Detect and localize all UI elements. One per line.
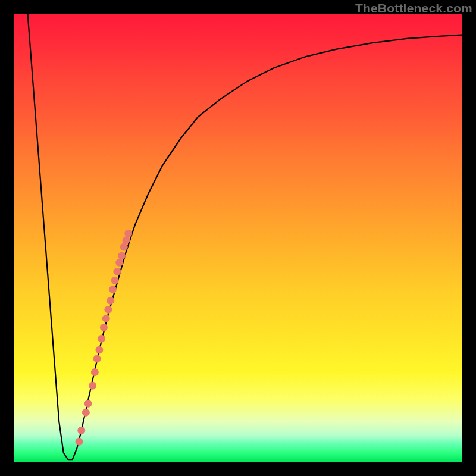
data-marker [118,252,125,259]
data-marker [114,268,121,275]
data-marker [125,230,132,237]
data-marker [82,409,89,416]
data-marker [96,346,103,353]
data-marker [116,259,123,266]
data-marker [93,355,101,362]
chart-svg [14,14,462,462]
data-marker [123,237,130,244]
data-marker [84,400,92,407]
data-marker [98,335,105,342]
outer-frame: TheBottleneck.com [0,0,476,476]
data-marker [102,315,109,322]
data-marker [109,286,116,293]
data-marker [105,306,112,313]
data-marker [78,427,85,434]
data-marker [91,369,98,376]
data-marker [89,382,96,389]
data-marker [107,297,114,304]
data-marker [120,243,127,250]
watermark-text: TheBottleneck.com [355,1,472,15]
bottleneck-curve [28,14,462,459]
data-marker [100,324,107,331]
gradient-plot-area [14,14,462,462]
data-marker [111,277,118,284]
data-marker [76,438,83,445]
